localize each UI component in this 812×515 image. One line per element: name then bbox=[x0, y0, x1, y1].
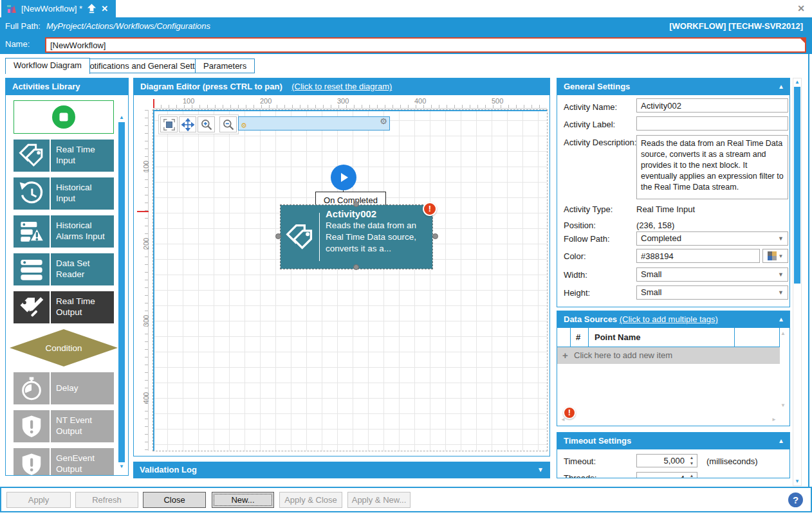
reset-diagram-link[interactable]: (Click to reset the diagram) bbox=[291, 82, 392, 91]
artboard-tool-button[interactable] bbox=[160, 116, 178, 132]
spinner-arrows-icon[interactable]: ▲▼ bbox=[687, 473, 696, 478]
window-close-icon[interactable]: ✕ bbox=[795, 3, 807, 14]
library-scrollbar-thumb[interactable] bbox=[118, 122, 125, 462]
ruler-tick-label: 500 bbox=[492, 97, 503, 105]
scroll-down-icon[interactable]: ▼ bbox=[118, 464, 125, 470]
library-item-historical-alarms-input[interactable]: Historical Alarms Input bbox=[14, 215, 114, 248]
scroll-down-icon[interactable]: ▼ bbox=[780, 402, 786, 408]
canvas-border-left bbox=[153, 110, 154, 451]
timeout-input[interactable] bbox=[637, 455, 686, 467]
activity-node[interactable]: Activity002 Reads the data from an Real … bbox=[281, 205, 432, 269]
validation-log-bar[interactable]: Validation Log ▼ bbox=[133, 462, 550, 478]
collapse-icon[interactable]: ▲ bbox=[778, 433, 784, 449]
library-item-label: GenEvent Output bbox=[51, 448, 114, 475]
data-set-icon bbox=[19, 257, 44, 282]
diagram-editor-header: Diagram Editor (press CTRL to pan) (Clic… bbox=[134, 78, 549, 95]
height-select[interactable]: Small ▼ bbox=[636, 285, 788, 300]
activity-type-value: Real Time Input bbox=[636, 204, 695, 214]
promote-up-icon[interactable] bbox=[87, 4, 97, 14]
scroll-up-icon[interactable]: ▲ bbox=[793, 79, 801, 86]
library-item-label: Historical Input bbox=[51, 177, 114, 210]
activities-library-title: Activities Library bbox=[12, 82, 80, 91]
scroll-right-icon[interactable]: ► bbox=[771, 417, 777, 422]
library-item-real-time-output[interactable]: Real Time Output bbox=[14, 291, 114, 323]
right-scrollbar-thumb[interactable] bbox=[794, 87, 800, 284]
threads-input[interactable] bbox=[637, 473, 686, 478]
timeout-unit-label: (milliseconds) bbox=[706, 456, 757, 466]
activity-type-label: Activity Type: bbox=[564, 204, 613, 214]
name-input[interactable] bbox=[45, 37, 806, 53]
full-path-bar: Full Path: MyProject/Actions/Workflows/C… bbox=[0, 17, 812, 35]
activity-description-input[interactable]: Reads the data from an Real Time Data so… bbox=[636, 135, 788, 199]
library-item-data-set-reader[interactable]: Data Set Reader bbox=[14, 253, 114, 285]
color-swatch-icon bbox=[768, 251, 777, 260]
scroll-up-icon[interactable]: ▲ bbox=[780, 330, 786, 336]
gear-icon: ⚙ bbox=[380, 117, 387, 125]
width-label: Width: bbox=[564, 270, 587, 280]
position-label: Position: bbox=[564, 221, 596, 230]
add-multiple-tags-link[interactable]: (Click to add multiple tags) bbox=[620, 314, 718, 324]
color-input[interactable] bbox=[636, 249, 760, 263]
tab-workflow-diagram[interactable]: Workflow Diagram bbox=[5, 58, 90, 74]
activity-description-label: Activity Description: bbox=[564, 138, 636, 147]
collapse-icon[interactable]: ▲ bbox=[778, 311, 784, 328]
timeout-label: Timeout: bbox=[564, 456, 596, 466]
library-item-historical-input[interactable]: Historical Input bbox=[14, 177, 114, 210]
column-header-number: # bbox=[576, 328, 580, 347]
spinner-arrows-icon[interactable]: ▲▼ bbox=[687, 455, 696, 467]
library-item-stop[interactable] bbox=[14, 100, 114, 134]
pan-tool-button[interactable] bbox=[179, 116, 196, 132]
historical-alarms-icon bbox=[19, 219, 44, 244]
activity-handle-bottom[interactable] bbox=[353, 264, 359, 270]
refresh-button[interactable]: Refresh bbox=[75, 492, 138, 508]
activity-handle-left[interactable] bbox=[275, 233, 281, 239]
expand-icon[interactable]: ▼ bbox=[537, 462, 544, 478]
activity-handle-top[interactable] bbox=[353, 201, 359, 207]
width-select[interactable]: Small ▼ bbox=[636, 267, 788, 282]
library-item-condition[interactable]: Condition bbox=[14, 329, 114, 366]
library-item-nt-event-output[interactable]: NT Event Output bbox=[14, 410, 114, 442]
add-new-item-row[interactable]: + Click here to add new item bbox=[557, 347, 780, 364]
right-panel-scrollbar[interactable]: ▲ ▼ bbox=[793, 78, 802, 486]
ruler-tick-label: 100 bbox=[142, 157, 150, 176]
name-row: Name: bbox=[0, 35, 812, 54]
document-tab-close-icon[interactable]: ✕ bbox=[101, 4, 108, 14]
chevron-down-icon: ▼ bbox=[778, 232, 784, 245]
activity-name-input[interactable] bbox=[636, 98, 788, 113]
timeout-stepper[interactable]: ▲▼ bbox=[636, 454, 697, 467]
activity-label-input[interactable] bbox=[636, 116, 788, 131]
vertical-ruler: 100 200 300 400 bbox=[137, 110, 149, 451]
library-item-real-time-input[interactable]: Real Time Input bbox=[14, 140, 114, 172]
new-button[interactable]: New... bbox=[212, 492, 274, 508]
apply-and-close-button[interactable]: Apply & Close bbox=[279, 492, 342, 508]
chevron-down-icon: ▼ bbox=[778, 268, 784, 281]
threads-stepper[interactable]: ▲▼ bbox=[636, 472, 697, 478]
close-button[interactable]: Close bbox=[143, 492, 206, 508]
ruler-position-marker bbox=[137, 211, 149, 212]
scroll-down-icon[interactable]: ▼ bbox=[793, 478, 801, 485]
follow-path-select[interactable]: Completed ▼ bbox=[636, 231, 788, 246]
timeout-settings-panel: Timeout Settings ▲ Timeout: ▲▼ (millisec… bbox=[557, 432, 790, 478]
apply-button[interactable]: Apply bbox=[6, 492, 71, 508]
apply-and-new-button[interactable]: Apply & New... bbox=[347, 492, 411, 508]
activity-handle-right[interactable] bbox=[432, 233, 438, 239]
workflow-start-node[interactable] bbox=[331, 165, 356, 190]
zoom-in-button[interactable] bbox=[198, 116, 215, 132]
general-settings-header: General Settings ▲ bbox=[557, 78, 789, 95]
color-picker-button[interactable]: ▼ bbox=[762, 249, 788, 263]
ruler-tick-label: 100 bbox=[183, 97, 194, 105]
scroll-left-icon[interactable]: ◄ bbox=[560, 417, 566, 422]
scroll-up-icon[interactable]: ▲ bbox=[118, 114, 125, 121]
tab-parameters[interactable]: Parameters bbox=[195, 59, 255, 73]
settings-tool-button[interactable]: ⚙ ⚙ bbox=[238, 116, 390, 131]
library-item-label: Data Set Reader bbox=[51, 253, 114, 285]
zoom-out-button[interactable] bbox=[219, 116, 237, 132]
diagram-canvas[interactable]: ab ⚙ ⚙ bbox=[153, 110, 547, 451]
library-item-genevent-output[interactable]: GenEvent Output bbox=[14, 448, 114, 475]
help-button[interactable]: ? bbox=[788, 492, 803, 507]
tags-icon bbox=[286, 223, 314, 251]
library-item-delay[interactable]: Delay bbox=[14, 372, 114, 404]
collapse-icon[interactable]: ▲ bbox=[778, 78, 784, 95]
document-tab[interactable]: [NewWorkflow] * ✕ bbox=[1, 0, 116, 17]
library-scrollbar[interactable]: ▲ ▼ bbox=[118, 114, 125, 470]
